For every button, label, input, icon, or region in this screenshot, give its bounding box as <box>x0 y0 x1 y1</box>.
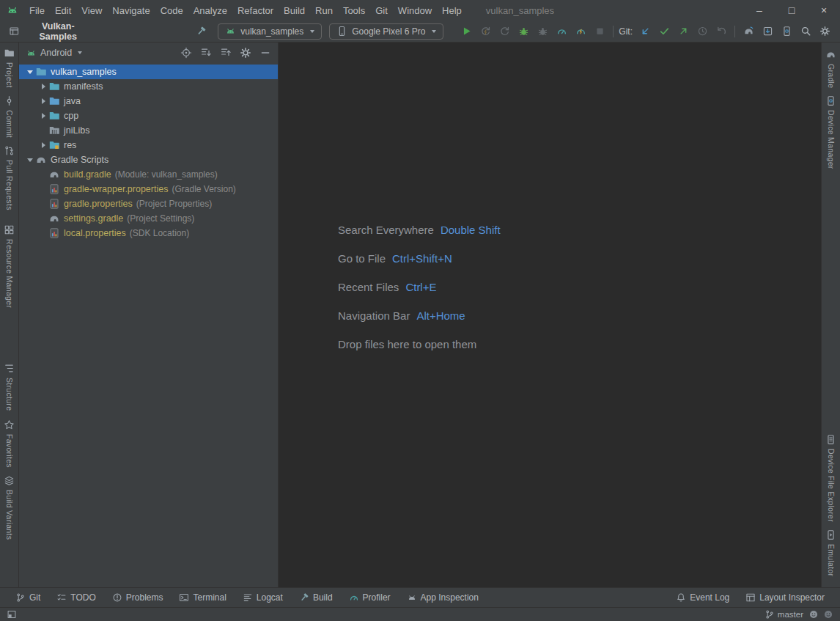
tool-window-button-problems[interactable]: Problems <box>104 588 172 607</box>
hide-icon[interactable] <box>259 47 271 59</box>
tool-stripe-gradle[interactable]: Gradle <box>825 45 836 92</box>
tree-item-gradle-scripts[interactable]: Gradle Scripts <box>19 153 278 167</box>
menu-help[interactable]: Help <box>437 3 467 18</box>
tool-window-button-app-inspection[interactable]: App Inspection <box>399 588 487 607</box>
menu-edit[interactable]: Edit <box>50 3 76 18</box>
folder-jnilibs-icon <box>48 125 60 136</box>
collapse-all-icon[interactable] <box>220 47 232 59</box>
editor-area[interactable]: Search Everywhere Double Shift Go to Fil… <box>279 43 821 587</box>
menu-run[interactable]: Run <box>310 3 338 18</box>
properties-file-icon <box>48 198 60 210</box>
tree-chevron-icon[interactable] <box>38 182 48 196</box>
tool-window-button-event-log[interactable]: Event Log <box>668 588 737 607</box>
tree-item-java[interactable]: java <box>19 94 278 109</box>
close-icon[interactable]: × <box>808 0 840 21</box>
select-opened-file-icon[interactable] <box>180 47 192 59</box>
tree-chevron-icon[interactable] <box>38 167 48 182</box>
tree-item-jnilibs[interactable]: jniLibs <box>19 123 278 138</box>
project-widget-button[interactable]: Vulkan-Samples <box>6 20 95 43</box>
search-everywhere-button[interactable] <box>796 23 815 40</box>
tool-stripe-commit[interactable]: Commit <box>4 92 15 142</box>
apply-code-changes-button[interactable] <box>495 23 514 40</box>
minimize-icon[interactable]: – <box>743 0 775 21</box>
tool-stripe-pull-requests[interactable]: Pull Requests <box>4 142 15 214</box>
tree-item-local-properties[interactable]: local.properties (SDK Location) <box>19 226 278 240</box>
tool-stripe-device-manager[interactable]: Device Manager <box>825 92 836 173</box>
device-manager-button[interactable] <box>777 23 796 40</box>
tree-item-annotation: (Gradle Version) <box>172 184 235 194</box>
project-view-selector[interactable]: Android <box>40 48 72 58</box>
menu-window[interactable]: Window <box>393 3 437 18</box>
tree-chevron-icon[interactable] <box>38 123 48 138</box>
tree-chevron-icon[interactable] <box>25 153 35 167</box>
commit-changes-button[interactable] <box>655 23 674 40</box>
tool-stripe-structure[interactable]: Structure <box>4 359 15 414</box>
tree-chevron-icon[interactable] <box>38 94 48 109</box>
sdk-manager-button[interactable] <box>758 23 777 40</box>
tool-stripe-device-file-explorer[interactable]: Device File Explorer <box>825 430 836 526</box>
menu-code[interactable]: Code <box>155 3 188 18</box>
tool-window-button-profiler[interactable]: Profiler <box>341 588 399 607</box>
tree-item-build-gradle[interactable]: build.gradle (Module: vulkan_samples) <box>19 167 278 182</box>
tool-window-button-logcat[interactable]: Logcat <box>235 588 291 607</box>
tree-chevron-icon[interactable] <box>38 226 48 240</box>
tree-chevron-icon[interactable] <box>38 79 48 94</box>
menu-tools[interactable]: Tools <box>338 3 370 18</box>
build-project-button[interactable] <box>192 23 210 40</box>
stop-button[interactable] <box>590 23 609 40</box>
tree-item-gradle-wrapper-properties[interactable]: gradle-wrapper.properties (Gradle Versio… <box>19 182 278 196</box>
maximize-icon[interactable]: □ <box>775 0 808 21</box>
profiler-button[interactable] <box>552 23 571 40</box>
rollback-button[interactable] <box>712 23 731 40</box>
update-project-button[interactable] <box>635 23 655 40</box>
menu-file[interactable]: File <box>24 3 50 18</box>
menu-build[interactable]: Build <box>279 3 310 18</box>
menu-navigate[interactable]: Navigate <box>107 3 155 18</box>
ide-smiley-icon[interactable] <box>808 609 819 620</box>
push-button[interactable] <box>674 23 693 40</box>
tree-item-gradle-properties[interactable]: gradle.properties (Project Properties) <box>19 196 278 211</box>
menu-git[interactable]: Git <box>370 3 393 18</box>
settings-gear-icon[interactable] <box>240 47 251 59</box>
terminal-icon <box>179 592 189 603</box>
device-selector[interactable]: Google Pixel 6 Pro <box>329 23 443 40</box>
tree-item-label: settings.gradle <box>64 213 123 224</box>
profile-low-overhead-button[interactable] <box>571 23 590 40</box>
expand-all-icon[interactable] <box>200 47 212 59</box>
tool-window-button-layout-inspector[interactable]: Layout Inspector <box>737 588 833 607</box>
tree-chevron-icon[interactable] <box>38 211 48 226</box>
tool-stripe-project[interactable]: Project <box>4 44 15 92</box>
tool-stripe-emulator[interactable]: Emulator <box>825 526 836 580</box>
tool-stripe-favorites[interactable]: Favorites <box>4 416 15 471</box>
gradle-sync-button[interactable] <box>739 23 758 40</box>
tree-item-settings-gradle[interactable]: settings.gradle (Project Settings) <box>19 211 278 226</box>
run-button[interactable] <box>457 23 476 40</box>
tool-window-button-build[interactable]: Build <box>291 588 341 607</box>
tree-item-cpp[interactable]: cpp <box>19 109 278 123</box>
tool-window-button-git[interactable]: Git <box>7 588 48 607</box>
tree-chevron-icon[interactable] <box>38 196 48 211</box>
tree-chevron-icon[interactable] <box>38 109 48 123</box>
android-studio-window: FileEditViewNavigateCodeAnalyzeRefactorB… <box>0 0 840 621</box>
menu-view[interactable]: View <box>76 3 107 18</box>
toolwindow-toggle-icon[interactable] <box>7 609 17 620</box>
git-branch-widget[interactable]: master <box>765 609 803 620</box>
tool-stripe-resource-manager[interactable]: Resource Manager <box>4 221 15 312</box>
run-configuration-selector[interactable]: vulkan_samples <box>218 23 322 40</box>
tool-window-button-terminal[interactable]: Terminal <box>171 588 234 607</box>
menu-analyze[interactable]: Analyze <box>188 3 232 18</box>
tree-item-vulkan-samples[interactable]: vulkan_samples <box>19 65 278 79</box>
ide-smiley-dark-icon[interactable] <box>823 609 833 620</box>
tree-chevron-icon[interactable] <box>25 65 35 79</box>
attach-debugger-button[interactable] <box>533 23 552 40</box>
tree-item-manifests[interactable]: manifests <box>19 79 278 94</box>
apply-changes-button[interactable] <box>476 23 495 40</box>
tool-window-button-todo[interactable]: TODO <box>48 588 103 607</box>
tree-item-res[interactable]: res <box>19 138 278 153</box>
menu-refactor[interactable]: Refactor <box>232 3 279 18</box>
tree-chevron-icon[interactable] <box>38 138 48 153</box>
settings-gear-button[interactable] <box>815 23 834 40</box>
debug-button[interactable] <box>514 23 533 40</box>
tool-stripe-build-variants[interactable]: Build Variants <box>4 471 15 543</box>
history-button[interactable] <box>693 23 712 40</box>
